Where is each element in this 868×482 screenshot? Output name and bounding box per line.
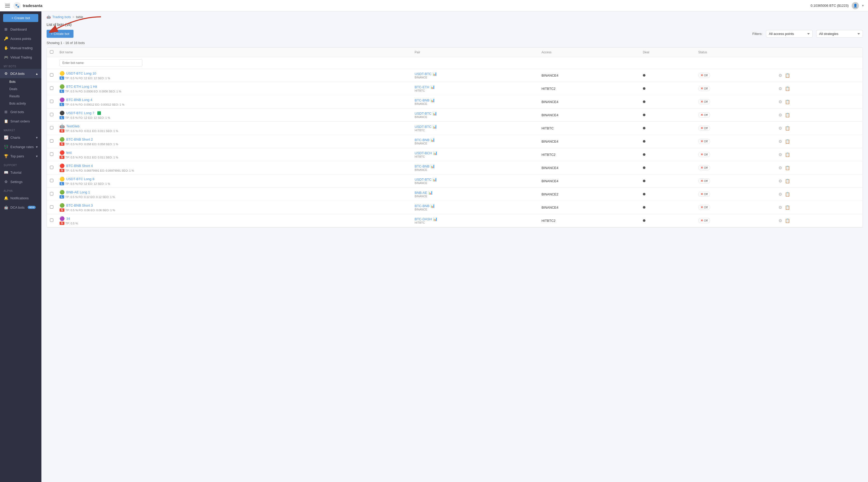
row-checkbox-1[interactable] — [50, 87, 53, 90]
pair-link-2[interactable]: BTC-BNB 📊 — [414, 98, 535, 102]
copy-action-icon-3[interactable]: 📋 — [785, 113, 790, 117]
status-badge-7[interactable]: ✕ Off — [698, 165, 710, 170]
settings-action-icon-7[interactable]: ⚙ — [778, 166, 782, 170]
status-badge-8[interactable]: ✕ Off — [698, 178, 710, 184]
copy-action-icon-0[interactable]: 📋 — [785, 73, 790, 78]
row-checkbox-11[interactable] — [50, 218, 53, 222]
bot-name-link-8[interactable]: 🟡 USDT-BTC Long 8 — [60, 177, 408, 181]
chevron-down-icon[interactable]: ▾ — [862, 4, 864, 7]
sidebar-item-dashboard[interactable]: ⊞ Dashboard — [0, 25, 41, 34]
sidebar-item-grid-bots[interactable]: ⊞ Grid bots — [0, 107, 41, 117]
settings-action-icon-9[interactable]: ⚙ — [778, 192, 782, 197]
pair-link-4[interactable]: USDT-BTC 📊 — [414, 124, 535, 129]
bot-name-link-11[interactable]: 🟣 34 — [60, 216, 408, 221]
status-badge-1[interactable]: ✕ Off — [698, 86, 710, 91]
settings-action-icon-8[interactable]: ⚙ — [778, 179, 782, 183]
sidebar-sub-results[interactable]: Results — [0, 93, 41, 100]
settings-action-icon-3[interactable]: ⚙ — [778, 113, 782, 117]
bot-name-link-10[interactable]: 🟢 BTC-BNB Short 3 — [60, 203, 408, 208]
row-checkbox-4[interactable] — [50, 126, 53, 129]
status-badge-6[interactable]: ✕ Off — [698, 152, 710, 157]
settings-action-icon-5[interactable]: ⚙ — [778, 139, 782, 144]
status-badge-9[interactable]: ✕ Off — [698, 191, 710, 197]
access-points-filter[interactable]: All access points — [766, 30, 813, 37]
sidebar-sub-bots[interactable]: Bots — [0, 78, 41, 85]
settings-action-icon-4[interactable]: ⚙ — [778, 126, 782, 130]
user-avatar[interactable]: 👤 — [852, 2, 859, 9]
status-badge-10[interactable]: ✕ Off — [698, 205, 710, 210]
row-checkbox-6[interactable] — [50, 152, 53, 156]
sidebar-sub-bots-activity[interactable]: Bots activity — [0, 100, 41, 107]
bot-name-link-3[interactable]: ⚫ USDT-BTC Long 7 — [60, 111, 408, 116]
pair-link-3[interactable]: USDT-BTC 📊 — [414, 111, 535, 116]
copy-action-icon-10[interactable]: 📋 — [785, 205, 790, 210]
copy-action-icon-11[interactable]: 📋 — [785, 218, 790, 223]
copy-action-icon-2[interactable]: 📋 — [785, 100, 790, 104]
status-badge-11[interactable]: ✕ Off — [698, 218, 710, 223]
breadcrumb-parent[interactable]: Trading bots — [52, 15, 71, 19]
settings-action-icon-2[interactable]: ⚙ — [778, 100, 782, 104]
sidebar-create-bot-button[interactable]: + Create bot — [3, 14, 38, 22]
bot-name-link-6[interactable]: 🔴 test — [60, 150, 408, 155]
pair-link-5[interactable]: BTC-BNB 📊 — [414, 138, 535, 142]
status-header[interactable]: Status — [698, 51, 707, 54]
status-badge-4[interactable]: ✕ Off — [698, 125, 710, 131]
pair-link-11[interactable]: BTC-DASH 📊 — [414, 217, 535, 221]
sidebar-item-tutorial[interactable]: 📖 Tutorial — [0, 168, 41, 177]
row-checkbox-3[interactable] — [50, 113, 53, 116]
row-checkbox-2[interactable] — [50, 100, 53, 103]
settings-action-icon-0[interactable]: ⚙ — [778, 73, 782, 78]
access-header[interactable]: Access — [541, 51, 552, 54]
sidebar-item-charts[interactable]: 📈 Charts ▾ — [0, 133, 41, 142]
sidebar-item-notifications[interactable]: 🔔 Notifications — [0, 193, 41, 203]
hamburger-icon[interactable] — [4, 3, 11, 8]
pair-link-6[interactable]: USDT-BCH 📊 — [414, 151, 535, 155]
sidebar-item-access-points[interactable]: 🔑 Access points — [0, 34, 41, 43]
row-checkbox-5[interactable] — [50, 139, 53, 143]
create-bot-button[interactable]: + Create bot — [46, 30, 73, 38]
pair-header[interactable]: Pair — [414, 51, 420, 54]
row-checkbox-9[interactable] — [50, 192, 53, 195]
status-badge-0[interactable]: ✕ Off — [698, 73, 710, 78]
sidebar-item-top-pairs[interactable]: 🏆 Top pairs ▾ — [0, 151, 41, 161]
status-badge-5[interactable]: ✕ Off — [698, 139, 710, 144]
bot-name-link-5[interactable]: 🟢 BTC-BNB Short 2 — [60, 137, 408, 142]
status-badge-2[interactable]: ✕ Off — [698, 99, 710, 104]
status-badge-3[interactable]: ✕ Off — [698, 112, 710, 118]
copy-action-icon-8[interactable]: 📋 — [785, 179, 790, 183]
bot-name-search-input[interactable] — [60, 59, 142, 66]
pair-link-9[interactable]: BNB-AE 📊 — [414, 190, 535, 195]
sidebar-item-manual-trading[interactable]: ✋ Manual trading — [0, 43, 41, 53]
bot-name-link-9[interactable]: 🟢 BNB-AE Long 1 — [60, 190, 408, 195]
settings-action-icon-10[interactable]: ⚙ — [778, 205, 782, 210]
copy-action-icon-5[interactable]: 📋 — [785, 139, 790, 144]
bot-name-header[interactable]: Bot name — [60, 51, 73, 54]
pair-link-7[interactable]: BTC-BNB 📊 — [414, 164, 535, 168]
copy-action-icon-4[interactable]: 📋 — [785, 126, 790, 130]
settings-action-icon-6[interactable]: ⚙ — [778, 152, 782, 157]
copy-action-icon-9[interactable]: 📋 — [785, 192, 790, 197]
pair-link-10[interactable]: BTC-BNB 📊 — [414, 204, 535, 208]
settings-action-icon-11[interactable]: ⚙ — [778, 218, 782, 223]
sidebar-item-exchange-rates[interactable]: 💱 Exchange rates ▾ — [0, 142, 41, 151]
sidebar-item-smart-orders[interactable]: 📋 Smart orders — [0, 117, 41, 126]
sidebar-item-settings[interactable]: ⚙ Settings — [0, 177, 41, 186]
pair-link-0[interactable]: USDT-BTC 📊 — [414, 72, 535, 76]
row-checkbox-7[interactable] — [50, 166, 53, 169]
copy-action-icon-7[interactable]: 📋 — [785, 166, 790, 170]
bot-name-link-4[interactable]: 🤖 TestGleb — [60, 124, 408, 129]
copy-action-icon-1[interactable]: 📋 — [785, 87, 790, 91]
row-checkbox-8[interactable] — [50, 179, 53, 182]
bot-name-link-2[interactable]: 🟣 BTC-BNB Long 4 — [60, 97, 408, 102]
bot-name-link-7[interactable]: 🔴 BTC-BNB Short 4 — [60, 163, 408, 168]
bot-name-link-0[interactable]: 🟡 USDT-BTC Long 10 — [60, 71, 408, 76]
row-checkbox-10[interactable] — [50, 205, 53, 209]
select-all-checkbox[interactable] — [50, 50, 53, 54]
sidebar-item-virtual-trading[interactable]: 🎮 Virtual Trading — [0, 53, 41, 62]
sidebar-item-dca-bots[interactable]: ⚙ DCA bots ▴ — [0, 69, 41, 78]
settings-action-icon-1[interactable]: ⚙ — [778, 87, 782, 91]
bot-name-link-1[interactable]: 🟢 BTC-ETH Long 1 Hit — [60, 84, 408, 89]
sidebar-sub-deals[interactable]: Deals — [0, 85, 41, 93]
row-checkbox-0[interactable] — [50, 73, 53, 77]
strategy-filter[interactable]: All strategies — [816, 30, 863, 37]
